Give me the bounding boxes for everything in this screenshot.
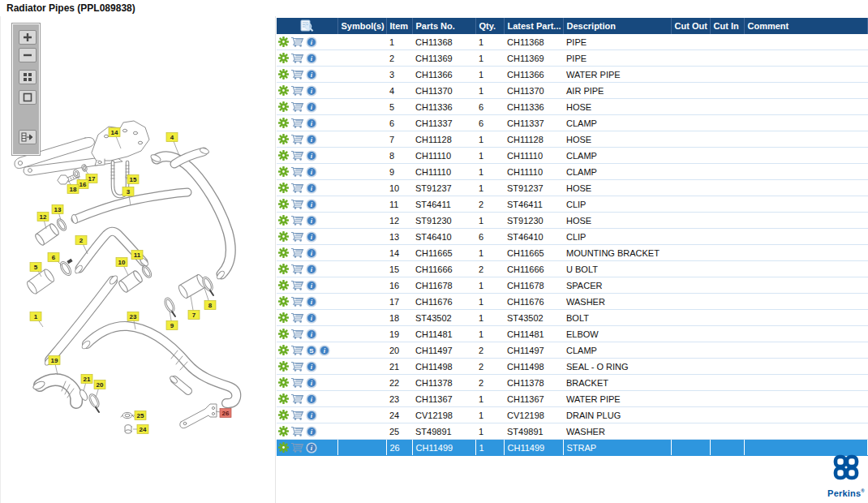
row-actions[interactable]: i (277, 180, 337, 196)
part-label[interactable]: 7 (188, 296, 200, 320)
table-row[interactable]: i16CH116781CH11678SPACER (277, 277, 868, 294)
row-actions[interactable]: i (277, 423, 337, 440)
zoom-out-button[interactable] (19, 48, 37, 62)
gear-icon[interactable] (278, 150, 289, 161)
row-actions[interactable]: i (277, 196, 337, 213)
table-row[interactable]: Si20CH114972CH11497CLAMP (277, 342, 868, 359)
row-actions[interactable]: Si (277, 342, 337, 359)
cart-icon[interactable] (290, 410, 304, 420)
part-label[interactable]: 21 (81, 375, 92, 392)
gear-icon[interactable] (278, 410, 289, 420)
row-actions[interactable]: i (277, 34, 337, 50)
gear-icon[interactable] (278, 85, 289, 96)
cart-icon[interactable] (290, 345, 304, 355)
substitute-icon[interactable]: S (306, 345, 317, 356)
part-label[interactable]: 1 (30, 312, 43, 328)
row-actions[interactable]: i (277, 115, 337, 131)
gear-icon[interactable] (278, 377, 289, 388)
cart-icon[interactable] (290, 264, 304, 274)
info-icon[interactable]: i (306, 231, 317, 243)
column-header[interactable]: Qty. (475, 18, 504, 34)
cart-icon[interactable] (290, 150, 304, 161)
table-row[interactable]: i1CH113681CH11368PIPE (277, 34, 868, 50)
info-icon[interactable]: i (319, 345, 330, 356)
info-icon[interactable]: i (306, 37, 317, 48)
zoom-in-button[interactable] (19, 30, 37, 45)
row-actions[interactable]: i (277, 83, 337, 99)
gear-icon[interactable] (278, 264, 289, 274)
gear-icon[interactable] (278, 231, 289, 242)
row-actions[interactable]: i (277, 359, 337, 375)
part-label-highlighted[interactable]: 26 (216, 409, 231, 418)
row-actions[interactable]: i (277, 148, 337, 164)
info-icon[interactable]: i (306, 377, 317, 389)
part-label[interactable]: 9 (166, 311, 178, 330)
toggle-panel-button[interactable] (19, 130, 37, 144)
row-actions[interactable]: i (277, 213, 337, 229)
info-icon[interactable]: i (306, 312, 317, 324)
part-label[interactable]: 25 (131, 411, 146, 420)
info-icon[interactable]: i (306, 215, 317, 226)
part-label[interactable]: 13 (52, 205, 63, 221)
gear-icon[interactable] (278, 37, 289, 47)
cart-icon[interactable] (290, 215, 304, 226)
column-header[interactable]: Item (386, 18, 412, 34)
info-icon[interactable]: i (306, 69, 317, 80)
cart-icon[interactable] (290, 166, 304, 177)
cart-icon[interactable] (290, 426, 304, 436)
table-row[interactable]: i22CH113782CH11378BRACKET (277, 375, 868, 391)
row-actions[interactable]: i (277, 294, 337, 310)
part-label[interactable]: 10 (116, 258, 128, 276)
part-label[interactable]: 2 (75, 236, 88, 255)
gear-icon[interactable] (278, 329, 289, 339)
gear-icon[interactable] (278, 101, 289, 112)
info-icon[interactable]: i (306, 247, 317, 259)
cart-icon[interactable] (290, 312, 304, 323)
table-row[interactable]: i26CH114991CH11499STRAP (277, 440, 868, 456)
table-row[interactable]: i9CH111101CH11110CLAMP (277, 164, 868, 180)
info-icon[interactable]: i (306, 296, 317, 307)
row-actions[interactable]: i (277, 67, 337, 83)
column-header[interactable]: Description (563, 18, 671, 34)
info-icon[interactable]: i (306, 442, 317, 454)
gear-icon[interactable] (278, 280, 289, 290)
table-row[interactable]: i3CH113661CH11366WATER PIPE (277, 67, 868, 83)
table-row[interactable]: i19CH114811CH11481ELBOW (277, 326, 868, 342)
info-icon[interactable]: i (306, 199, 317, 210)
gear-icon[interactable] (278, 312, 289, 323)
row-actions[interactable]: i (277, 50, 337, 67)
row-actions[interactable]: i (277, 326, 337, 342)
column-header[interactable]: Cut In (710, 18, 744, 34)
gear-icon[interactable] (278, 361, 289, 372)
row-actions[interactable]: i (277, 164, 337, 180)
cart-icon[interactable] (290, 118, 304, 128)
info-icon[interactable]: i (306, 280, 317, 291)
table-row[interactable]: i12ST912301ST91230HOSE (277, 213, 868, 229)
column-header[interactable]: Latest Part... (504, 18, 563, 34)
table-row[interactable]: i5CH113366CH11336HOSE (277, 99, 868, 115)
info-icon[interactable]: i (306, 264, 317, 275)
info-icon[interactable]: i (306, 101, 317, 113)
column-header[interactable]: Comment (744, 18, 868, 34)
row-actions[interactable]: i (277, 277, 337, 294)
table-row[interactable]: i11ST464112ST46411CLIP (277, 196, 868, 213)
row-actions[interactable]: i (277, 310, 337, 326)
cart-icon[interactable] (290, 85, 304, 96)
row-actions[interactable]: i (277, 99, 337, 115)
row-actions[interactable]: i (277, 440, 337, 456)
info-icon[interactable]: i (306, 410, 317, 421)
gear-icon[interactable] (278, 53, 289, 63)
column-header[interactable]: Parts No. (412, 18, 475, 34)
row-actions[interactable]: i (277, 391, 337, 407)
part-label[interactable]: 24 (133, 425, 148, 434)
part-label[interactable]: 19 (49, 356, 60, 376)
tile-view-button[interactable] (19, 70, 37, 84)
gear-icon[interactable] (278, 183, 289, 193)
column-header-actions[interactable] (277, 18, 337, 34)
row-actions[interactable]: i (277, 407, 337, 423)
parts-diagram[interactable]: 1441716181531312265111087912319212025242… (1, 16, 275, 501)
info-icon[interactable]: i (306, 150, 317, 161)
table-row[interactable]: i15CH116662CH11666U BOLT (277, 261, 868, 277)
cart-icon[interactable] (290, 329, 304, 339)
cart-icon[interactable] (290, 247, 304, 258)
